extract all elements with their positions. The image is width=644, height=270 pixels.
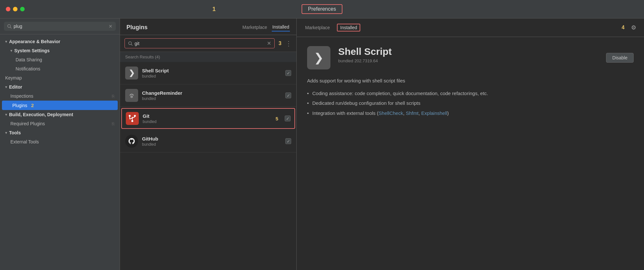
tab-marketplace[interactable]: Marketplace: [242, 23, 268, 31]
plugins-search-bar: ✕ 3 ⋮: [120, 35, 296, 52]
change-reminder-icon: [125, 89, 138, 102]
detail-panel: Marketplace Installed 4 ⚙ ❯ Shell Script…: [297, 18, 644, 270]
plugin-item-git[interactable]: Git bundled 5 ✓: [121, 108, 295, 129]
detail-content: ❯ Shell Script bundled 202.7319.64 Disab…: [297, 37, 644, 270]
copy-icon: ⎘: [112, 94, 114, 99]
plugin-info-github: GitHub bundled: [142, 136, 281, 147]
sidebar-item-plugins[interactable]: Plugins 2: [2, 101, 118, 110]
explainshell-link[interactable]: Explainshell: [421, 110, 447, 116]
search-icon: [128, 41, 133, 46]
step-1-badge: 1: [212, 6, 216, 13]
plugin-sub: bundled: [143, 119, 270, 124]
plugin-checkbox-shell-script[interactable]: ✓: [285, 70, 291, 76]
detail-description: Adds support for working with shell scri…: [307, 77, 634, 85]
detail-tab-installed[interactable]: Installed: [337, 24, 360, 31]
maximize-button[interactable]: [20, 7, 25, 11]
detail-plugin-header: ❯ Shell Script bundled 202.7319.64 Disab…: [307, 46, 634, 69]
plugin-name: Shell Script: [142, 68, 281, 73]
git-svg: [126, 112, 138, 125]
sidebar-item-editor[interactable]: ▾ Editor: [0, 82, 120, 92]
plugin-list: ❯ Shell Script bundled ✓ ChangeRem: [120, 62, 296, 270]
step-2-badge: 2: [31, 103, 34, 108]
sidebar-search-container: ✕: [0, 18, 120, 34]
detail-bullet-2: Dedicated run/debug configuration for sh…: [307, 100, 634, 107]
shellcheck-link[interactable]: ShellCheck: [378, 110, 403, 116]
plugins-panel: Plugins Marketplace Installed ✕ 3 ⋮ Sear…: [120, 18, 297, 270]
plugin-item-shell-script[interactable]: ❯ Shell Script bundled ✓: [120, 62, 296, 84]
main-layout: ✕ ▾ Appearance & Behavior ▾ System Setti…: [0, 18, 644, 270]
sidebar-item-appearance-behavior[interactable]: ▾ Appearance & Behavior: [0, 37, 120, 46]
plugin-sub: bundled: [142, 96, 281, 101]
change-reminder-svg: [126, 90, 137, 101]
detail-plugin-name: Shell Script: [338, 46, 598, 57]
plugin-checkbox-change-reminder[interactable]: ✓: [285, 92, 291, 98]
plugin-info-git: Git bundled: [143, 113, 270, 124]
svg-line-3: [131, 44, 133, 45]
svg-point-8: [134, 115, 136, 117]
plugin-item-github[interactable]: GitHub bundled ✓: [120, 130, 296, 153]
plugin-name: ChangeReminder: [142, 90, 281, 96]
svg-point-7: [129, 115, 131, 117]
more-options-icon[interactable]: ⋮: [285, 40, 292, 47]
sidebar-item-tools[interactable]: ▾ Tools: [0, 128, 120, 137]
sidebar-item-data-sharing[interactable]: Data Sharing: [0, 55, 120, 64]
sidebar-item-external-tools[interactable]: External Tools: [0, 137, 120, 146]
sidebar-item-keymap[interactable]: Keymap: [0, 73, 120, 82]
detail-plugin-info: Shell Script bundled 202.7319.64: [338, 46, 598, 63]
svg-point-13: [127, 137, 136, 146]
sidebar-item-system-settings[interactable]: ▾ System Settings: [0, 46, 120, 55]
detail-bullet-1: Coding assistance: code completion, quic…: [307, 90, 634, 97]
detail-bullet-3: Integration with external tools (ShellCh…: [307, 110, 634, 117]
plugin-item-change-reminder[interactable]: ChangeReminder bundled ✓: [120, 84, 296, 107]
plugin-info-shell-script: Shell Script bundled: [142, 68, 281, 79]
plugins-panel-header: Plugins Marketplace Installed: [120, 18, 296, 35]
minimize-button[interactable]: [13, 7, 18, 11]
tab-installed[interactable]: Installed: [272, 23, 290, 31]
plugin-checkbox-github[interactable]: ✓: [285, 138, 291, 144]
svg-point-5: [130, 95, 133, 98]
sidebar-nav: ▾ Appearance & Behavior ▾ System Setting…: [0, 34, 120, 270]
plugin-name: GitHub: [142, 136, 281, 141]
chevron-down-icon: ▾: [5, 113, 7, 117]
plugin-sub: bundled: [142, 142, 281, 147]
plugin-search-input[interactable]: [135, 41, 265, 46]
search-results-label: Search Results (4): [120, 52, 296, 62]
plugin-info-change-reminder: ChangeReminder bundled: [142, 90, 281, 101]
plugins-tabs: Marketplace Installed: [242, 23, 290, 31]
plugin-checkbox-git[interactable]: ✓: [285, 116, 291, 121]
shfmt-link[interactable]: Shfmt: [406, 110, 419, 116]
detail-plugin-version: bundled 202.7319.64: [338, 58, 598, 63]
svg-line-1: [10, 27, 12, 29]
window-title: Preferences: [302, 4, 342, 14]
close-button[interactable]: [6, 7, 10, 11]
plugin-name: Git: [143, 113, 270, 119]
gear-icon[interactable]: ⚙: [631, 24, 636, 31]
plugins-panel-title: Plugins: [126, 24, 148, 31]
github-icon: [125, 135, 138, 148]
window-controls: [6, 7, 25, 11]
plugin-search-clear-icon[interactable]: ✕: [267, 40, 271, 46]
step-5-badge: 5: [276, 116, 278, 121]
search-icon: [7, 24, 12, 29]
sidebar-item-inspections[interactable]: Inspections ⎘: [0, 92, 120, 101]
sidebar-item-build-execution[interactable]: ▾ Build, Execution, Deployment: [0, 110, 120, 119]
detail-bullets: Coding assistance: code completion, quic…: [307, 90, 634, 117]
sidebar-search-input[interactable]: [14, 24, 107, 29]
sidebar-search-clear-icon[interactable]: ✕: [109, 24, 113, 29]
detail-header: Marketplace Installed 4 ⚙: [297, 18, 644, 37]
chevron-down-icon: ▾: [5, 131, 7, 135]
sidebar-item-notifications[interactable]: Notifications: [0, 64, 120, 73]
plugin-search-box[interactable]: ✕: [125, 38, 275, 48]
chevron-down-icon: ▾: [10, 49, 12, 53]
detail-plugin-icon-shell: ❯: [307, 46, 330, 69]
disable-button[interactable]: Disable: [606, 53, 634, 63]
title-bar: 1 Preferences: [0, 0, 644, 18]
detail-tab-marketplace[interactable]: Marketplace: [304, 24, 330, 31]
step-4-badge: 4: [622, 25, 625, 31]
chevron-down-icon: ▾: [5, 85, 7, 89]
github-svg: [127, 137, 136, 146]
sidebar-search-box[interactable]: ✕: [4, 22, 116, 31]
detail-tabs: Marketplace Installed: [304, 24, 616, 31]
plugin-sub: bundled: [142, 74, 281, 79]
sidebar-item-required-plugins[interactable]: Required Plugins ⎘: [0, 119, 120, 128]
